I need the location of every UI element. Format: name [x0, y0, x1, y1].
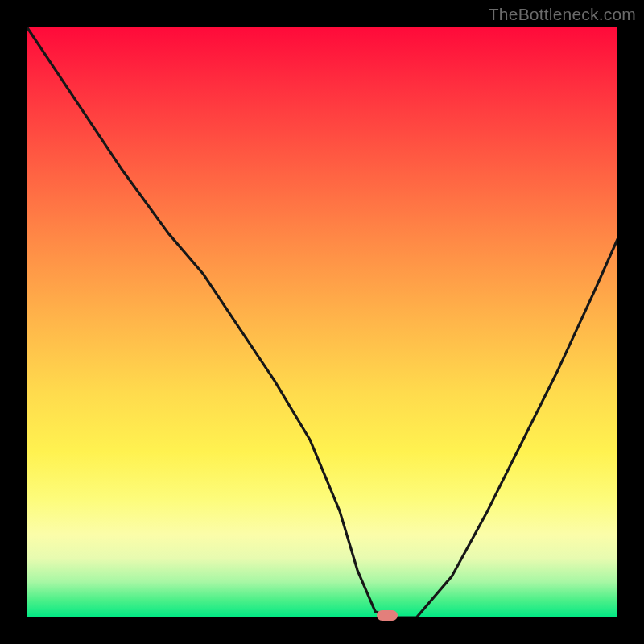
plot-area — [27, 27, 617, 617]
optimal-point-marker — [377, 610, 398, 621]
bottleneck-curve — [27, 27, 617, 617]
chart-frame: TheBottleneck.com — [0, 0, 644, 644]
watermark-text: TheBottleneck.com — [489, 5, 636, 24]
